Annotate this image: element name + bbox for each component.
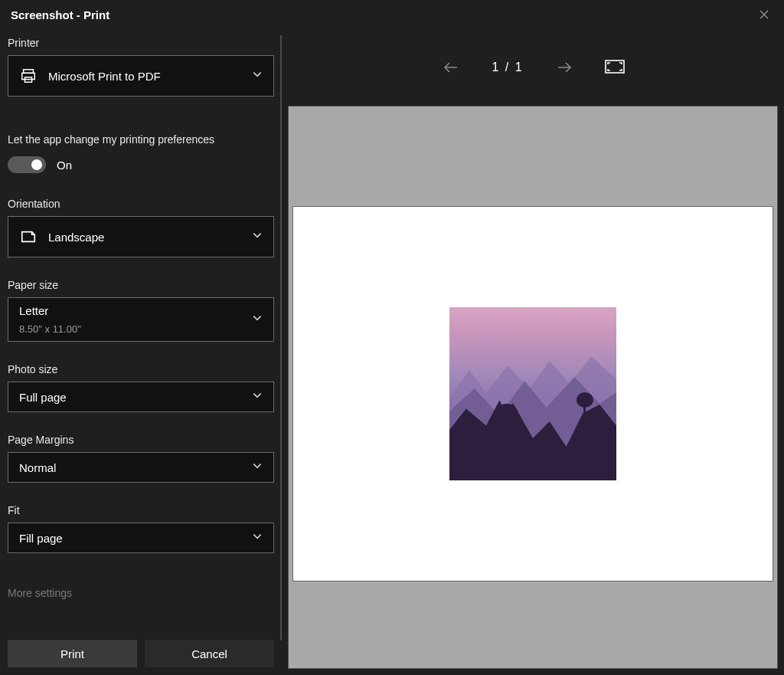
printer-value: Microsoft Print to PDF [48, 70, 263, 83]
chevron-down-icon [252, 390, 263, 404]
fullscreen-icon [605, 60, 625, 74]
margins-value: Normal [19, 461, 263, 474]
papersize-dropdown[interactable]: Letter 8.50" x 11.00" [8, 297, 274, 342]
page-separator: / [505, 61, 510, 74]
next-page-button[interactable] [554, 57, 574, 77]
more-settings-link[interactable]: More settings [8, 587, 274, 599]
arrow-right-icon [557, 61, 572, 74]
orientation-value: Landscape [48, 231, 263, 244]
chevron-down-icon [252, 313, 263, 326]
chevron-down-icon [252, 230, 263, 244]
fullscreen-button[interactable] [605, 60, 625, 75]
printer-dropdown[interactable]: Microsoft Print to PDF [8, 55, 274, 97]
print-button[interactable]: Print [8, 640, 137, 667]
margins-label: Page Margins [8, 434, 274, 446]
papersize-dimensions: 8.50" x 11.00" [19, 323, 81, 335]
close-button[interactable] [753, 4, 775, 25]
photosize-dropdown[interactable]: Full page [8, 382, 274, 412]
window-title: Screenshot - Print [9, 8, 109, 21]
orientation-label: Orientation [8, 198, 274, 210]
chevron-down-icon [252, 460, 263, 474]
margins-dropdown[interactable]: Normal [8, 452, 274, 483]
total-pages: 1 [515, 61, 524, 74]
papersize-value: Letter [19, 304, 48, 322]
printer-label: Printer [8, 37, 274, 49]
orientation-dropdown[interactable]: Landscape [8, 216, 274, 257]
preview-area [288, 106, 778, 669]
svg-rect-1 [22, 73, 35, 79]
preferences-toggle[interactable] [8, 156, 46, 173]
page-landscape-icon [19, 228, 38, 246]
scrollbar[interactable] [280, 35, 282, 641]
chevron-down-icon [252, 69, 263, 83]
prev-page-button[interactable] [441, 57, 461, 77]
close-icon [760, 10, 769, 19]
photosize-label: Photo size [8, 363, 274, 375]
cancel-button[interactable]: Cancel [145, 640, 274, 667]
current-page: 1 [492, 61, 500, 74]
chevron-down-icon [252, 531, 263, 545]
fit-value: Fill page [19, 532, 263, 545]
arrow-left-icon [443, 61, 459, 74]
fit-label: Fit [8, 504, 274, 516]
photosize-value: Full page [19, 391, 263, 404]
preview-image [449, 307, 616, 480]
preferences-label: Let the app change my printing preferenc… [8, 133, 274, 146]
preferences-state: On [57, 159, 72, 172]
toggle-knob [31, 159, 42, 170]
preview-page [292, 206, 773, 582]
page-indicator: 1 / 1 [492, 61, 523, 74]
fit-dropdown[interactable]: Fill page [8, 523, 274, 553]
printer-icon [19, 67, 38, 85]
papersize-label: Paper size [8, 279, 274, 291]
